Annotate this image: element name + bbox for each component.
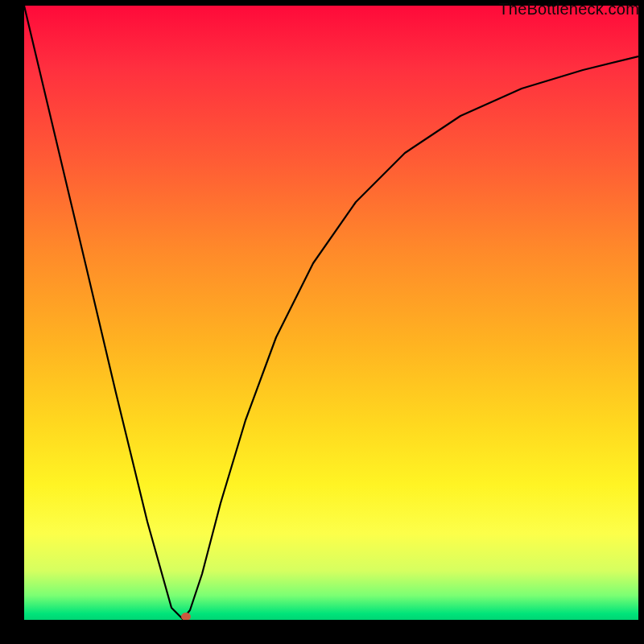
plot-area: [24, 6, 638, 620]
min-marker-icon: [181, 613, 191, 620]
bottleneck-curve: [24, 6, 638, 619]
chart-frame: TheBottleneck.com: [0, 0, 644, 644]
curve-svg: [24, 6, 638, 620]
